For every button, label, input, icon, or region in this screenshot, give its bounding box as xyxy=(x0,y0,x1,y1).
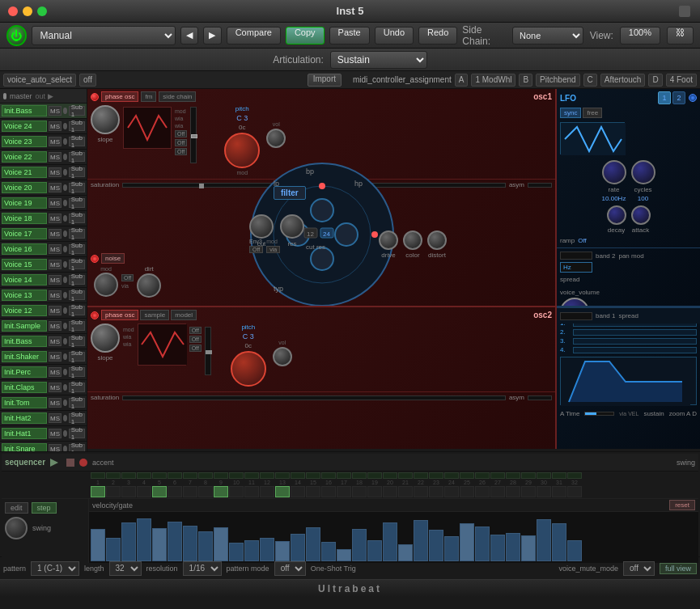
vel-bar-26[interactable] xyxy=(475,527,490,561)
minimize-button[interactable] xyxy=(23,6,32,16)
vel-bar-11[interactable] xyxy=(244,540,259,561)
voice-item-19[interactable]: Init.Tom MS Sub 1 xyxy=(0,395,87,411)
voice-sub-3[interactable]: Sub 1 xyxy=(69,152,85,162)
accent-cell-28[interactable] xyxy=(506,472,520,479)
vel-bar-14[interactable] xyxy=(291,534,305,561)
vel-bar-25[interactable] xyxy=(460,523,474,561)
voice-name-20[interactable]: Init.Hat2 xyxy=(2,412,47,424)
nav-prev-button[interactable]: ◀ xyxy=(180,27,199,44)
accent-cell-21[interactable] xyxy=(398,472,413,479)
vel-bar-7[interactable] xyxy=(183,526,197,561)
seq-swing-knob[interactable] xyxy=(5,517,28,539)
side-chain-btn[interactable]: side chain xyxy=(159,91,196,102)
seq-play-btn[interactable] xyxy=(50,459,62,467)
window-minimize-icon[interactable] xyxy=(679,6,690,17)
view-value[interactable]: 100% xyxy=(620,27,660,44)
vel-bar-2[interactable] xyxy=(106,538,121,561)
step-cell-24[interactable] xyxy=(444,486,459,497)
voice-mute-select[interactable]: off xyxy=(623,561,655,576)
accent-cell-11[interactable] xyxy=(244,472,259,479)
accent-cell-15[interactable] xyxy=(306,472,320,479)
full-view-btn[interactable]: full view xyxy=(660,563,697,574)
voice-ms-6[interactable]: MS xyxy=(49,198,62,208)
voice-ms-15[interactable]: MS xyxy=(49,336,62,346)
accent-cell-12[interactable] xyxy=(260,472,274,479)
voice-sub-0[interactable]: Sub 1 xyxy=(69,106,85,116)
paste-button[interactable]: Paste xyxy=(329,27,370,44)
accent-cell-17[interactable] xyxy=(337,472,351,479)
voice-item-8[interactable]: Voice 17 MS Sub 1 xyxy=(0,226,87,242)
voice-ms-9[interactable]: MS xyxy=(49,244,62,254)
step-cell-5[interactable] xyxy=(152,486,167,497)
accent-cell-26[interactable] xyxy=(475,472,490,479)
accent-cell-29[interactable] xyxy=(521,472,536,479)
slope-knob[interactable] xyxy=(91,105,120,134)
voice-sub-21[interactable]: Sub 1 xyxy=(69,429,85,438)
voice-ms-4[interactable]: MS xyxy=(49,167,62,177)
voice-item-22[interactable]: Init.Snare MS Sub 1 xyxy=(0,442,87,451)
vel-bar-3[interactable] xyxy=(121,522,136,561)
voice-sub-7[interactable]: Sub 1 xyxy=(69,214,85,223)
preset-select[interactable]: Manual xyxy=(32,26,176,45)
accent-cell-6[interactable] xyxy=(168,472,182,479)
voice-item-15[interactable]: Init.Bass MS Sub 1 xyxy=(0,334,87,349)
step-cell-1[interactable] xyxy=(91,486,105,497)
voice-sub-1[interactable]: Sub 1 xyxy=(69,121,85,131)
lfo-1-btn[interactable]: 1 xyxy=(658,91,671,104)
accent-cell-2[interactable] xyxy=(106,472,121,479)
step-cell-23[interactable] xyxy=(429,486,443,497)
copy-button[interactable]: Copy xyxy=(286,27,325,44)
voice-ms-12[interactable]: MS xyxy=(49,290,62,300)
osc2-vol-knob[interactable] xyxy=(273,347,292,366)
voice-item-5[interactable]: Voice 20 MS Sub 1 xyxy=(0,180,87,196)
accent-cell-5[interactable] xyxy=(152,472,167,479)
vel-bar-30[interactable] xyxy=(537,519,551,561)
voice-name-8[interactable]: Voice 17 xyxy=(2,228,47,239)
osc1-off-btn1[interactable]: Off xyxy=(175,130,187,137)
step-cell-17[interactable] xyxy=(337,486,351,497)
edit-btn[interactable]: edit xyxy=(5,502,28,514)
articulation-select[interactable]: Sustain xyxy=(330,51,427,69)
osc1-vol-knob[interactable] xyxy=(266,129,286,148)
accent-cell-10[interactable] xyxy=(229,472,244,479)
lfo-rate-knob[interactable] xyxy=(602,160,626,184)
voice-item-17[interactable]: Init.Perc MS Sub 1 xyxy=(0,365,87,380)
voice-ms-22[interactable]: MS xyxy=(49,444,62,451)
step-cell-11[interactable] xyxy=(244,486,259,497)
accent-cell-22[interactable] xyxy=(414,472,428,479)
osc2-level-slider[interactable] xyxy=(205,327,211,375)
osc1-power-led[interactable] xyxy=(91,93,99,101)
voice-item-7[interactable]: Voice 18 MS Sub 1 xyxy=(0,211,87,226)
step-cell-4[interactable] xyxy=(137,486,151,497)
voice-ms-8[interactable]: MS xyxy=(49,229,62,239)
env4-step4-bar[interactable] xyxy=(573,347,697,353)
osc2-phase-btn[interactable]: phase osc xyxy=(101,310,138,320)
step-cell-32[interactable] xyxy=(567,486,582,497)
vel-bar-23[interactable] xyxy=(429,530,443,561)
vel-bar-10[interactable] xyxy=(229,543,244,561)
voice-ms-17[interactable]: MS xyxy=(49,367,62,377)
voice-name-13[interactable]: Voice 12 xyxy=(2,305,47,316)
osc2-off1[interactable]: Off xyxy=(189,327,202,334)
vel-bar-6[interactable] xyxy=(168,522,182,561)
step-cell-22[interactable] xyxy=(414,486,428,497)
voice-name-4[interactable]: Voice 21 xyxy=(2,167,47,178)
import-button[interactable]: Import xyxy=(308,74,342,87)
env3-via-btn[interactable]: via xyxy=(266,246,280,253)
vel-bar-15[interactable] xyxy=(306,527,320,561)
dirt-knob[interactable] xyxy=(137,273,161,298)
seq-rec-btn[interactable] xyxy=(79,459,87,467)
vel-bar-13[interactable] xyxy=(275,541,290,561)
osc2-power-led[interactable] xyxy=(91,311,99,319)
voice-sub-19[interactable]: Sub 1 xyxy=(69,398,85,408)
accent-cell-9[interactable] xyxy=(214,472,228,479)
reset-btn[interactable]: reset xyxy=(669,500,695,510)
voice-ms-20[interactable]: MS xyxy=(49,413,62,423)
osc1-level-slider[interactable] xyxy=(190,107,197,163)
voice-ms-13[interactable]: MS xyxy=(49,306,62,315)
vel-bar-16[interactable] xyxy=(321,542,336,561)
voice-item-3[interactable]: Voice 22 MS Sub 1 xyxy=(0,150,87,165)
redo-button[interactable]: Redo xyxy=(418,27,457,44)
accent-cell-30[interactable] xyxy=(537,472,551,479)
osc2-sample-btn[interactable]: sample xyxy=(140,310,169,320)
